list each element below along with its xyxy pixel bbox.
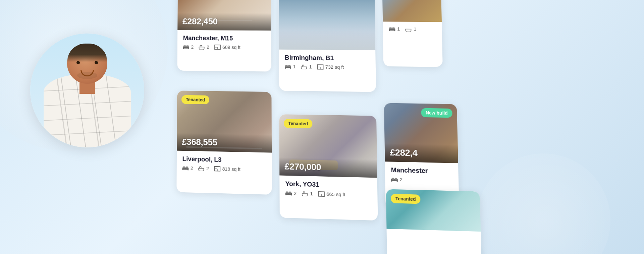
- bed-icon-pt: [389, 26, 395, 31]
- cards-inner: £282,450 Manchester, M15 2 2: [176, 0, 483, 254]
- price-manchester-top: £282,450: [182, 16, 217, 26]
- card-image-york: Tenanted £270,000: [279, 114, 377, 178]
- card-info-birmingham: Birmingham, B1 1 1: [279, 50, 376, 75]
- bath-icon-b: [301, 64, 307, 69]
- price-overlay-manchester-bottom: £282,4: [385, 143, 458, 163]
- badge-york: Tenanted: [284, 119, 313, 128]
- badge-new-build: New build: [421, 108, 452, 118]
- svg-rect-41: [395, 178, 397, 180]
- property-card-liverpool[interactable]: Tenanted £368,555 Liverpool, L3: [176, 90, 272, 194]
- sqft-york: 665 sq ft: [318, 191, 345, 197]
- svg-rect-31: [291, 194, 292, 195]
- property-card-partial-top[interactable]: 1 1: [382, 0, 443, 67]
- sqft-liverpool: 818 sq ft: [214, 166, 240, 172]
- card-info-manchester-bottom: Manchester 2: [385, 162, 459, 189]
- svg-rect-33: [289, 191, 291, 193]
- badge-extra: Tenanted: [391, 194, 421, 204]
- property-card-birmingham[interactable]: Birmingham, B1 1 1: [279, 0, 376, 92]
- details-manchester-bottom: 2: [391, 177, 452, 184]
- baths-manchester-top: 2: [199, 44, 209, 50]
- location-manchester-bottom: Manchester: [391, 166, 452, 175]
- baths-birmingham: 1: [301, 64, 312, 69]
- svg-rect-22: [182, 169, 183, 170]
- svg-rect-19: [389, 27, 392, 29]
- card-info-manchester-top: Manchester, M15 2 2: [177, 30, 271, 55]
- beds-manchester-top: 2: [183, 44, 194, 50]
- person-head: [67, 44, 107, 84]
- floorplan-icon: [214, 45, 221, 50]
- svg-rect-39: [397, 181, 398, 182]
- svg-rect-38: [391, 180, 392, 181]
- price-overlay-york: £270,000: [279, 157, 377, 178]
- floorplan-icon-l: [214, 166, 220, 171]
- location-birmingham: Birmingham, B1: [285, 54, 370, 62]
- details-york: 2 1 665 sq ft: [285, 190, 372, 198]
- card-image-birmingham: [279, 0, 375, 50]
- svg-rect-9: [285, 68, 286, 69]
- location-manchester-top: Manchester, M15: [183, 35, 266, 42]
- card-image-manchester-top: £282,450: [177, 0, 271, 30]
- card-image-manchester-bottom: New build £282,4: [384, 103, 458, 163]
- svg-rect-1: [183, 48, 184, 49]
- beds-partial-top: 1: [389, 26, 400, 31]
- person-neck: [79, 82, 95, 94]
- svg-rect-30: [285, 194, 286, 195]
- sqft-manchester-top: 689 sq ft: [214, 44, 240, 50]
- card-info-partial-top: 1 1: [383, 22, 442, 37]
- bath-icon-y: [302, 191, 308, 196]
- sqft-text-birmingham: 732 sq ft: [325, 64, 344, 70]
- card-info-liverpool: Liverpool, L3 2 2: [177, 151, 272, 178]
- property-card-manchester-top[interactable]: £282,450 Manchester, M15 2 2: [177, 0, 272, 72]
- details-manchester-top: 2 2 689 sq ft: [183, 44, 266, 50]
- bed-icon-mb: [391, 177, 398, 182]
- details-partial-top: 1 1: [389, 26, 436, 32]
- sqft-text-york: 665 sq ft: [326, 191, 345, 197]
- svg-rect-23: [187, 169, 189, 170]
- sqft-text-manchester-top: 689 sq ft: [222, 44, 240, 50]
- bath-icon-l: [198, 166, 205, 171]
- location-liverpool: Liverpool, L3: [182, 155, 266, 164]
- svg-rect-32: [286, 191, 288, 193]
- location-york: York, YO31: [285, 180, 372, 190]
- floorplan-icon-y: [318, 191, 325, 196]
- baths-liverpool: 2: [198, 166, 209, 171]
- cards-row-1: £282,450 Manchester, M15 2 2: [177, 0, 477, 100]
- beds-liverpool: 2: [182, 165, 193, 171]
- bed-icon-b: [285, 64, 291, 69]
- bed-icon-y: [285, 190, 292, 196]
- bath-icon: [199, 44, 205, 49]
- card-image-extra: Tenanted: [386, 189, 481, 232]
- card-info-york: York, YO31 2 1: [279, 175, 377, 203]
- svg-rect-10: [290, 68, 291, 69]
- svg-rect-11: [285, 65, 287, 67]
- sqft-text-liverpool: 818 sq ft: [222, 166, 240, 172]
- svg-rect-40: [392, 178, 394, 180]
- property-card-extra[interactable]: Tenanted: [386, 189, 482, 254]
- property-card-york[interactable]: Tenanted £270,000 York, YO31: [279, 114, 378, 220]
- baths-partial-top: 1: [405, 26, 417, 31]
- svg-rect-17: [389, 30, 390, 31]
- sqft-birmingham: 732 sq ft: [317, 64, 344, 70]
- main-scene: £282,450 Manchester, M15 2 2: [0, 0, 644, 254]
- svg-rect-2: [188, 48, 189, 49]
- beds-manchester-bottom: 2: [391, 177, 402, 182]
- details-liverpool: 2 2 818 sq ft: [182, 165, 266, 173]
- price-liverpool: £368,555: [182, 137, 217, 147]
- person-silhouette: [30, 34, 144, 147]
- svg-rect-3: [183, 45, 186, 47]
- bed-icon: [183, 44, 190, 49]
- avatar-container: [30, 34, 144, 147]
- beds-birmingham: 1: [285, 64, 296, 69]
- beds-york: 2: [285, 190, 297, 196]
- card-image-liverpool: Tenanted £368,555: [177, 90, 272, 152]
- svg-rect-12: [288, 65, 290, 67]
- price-york: £270,000: [284, 161, 321, 172]
- svg-rect-18: [394, 30, 395, 31]
- price-overlay-liverpool: £368,555: [177, 133, 272, 153]
- price-manchester-bottom: £282,4: [390, 147, 418, 158]
- svg-rect-24: [183, 166, 185, 168]
- svg-rect-4: [186, 45, 189, 47]
- floorplan-icon-b: [317, 64, 323, 69]
- svg-rect-20: [392, 27, 394, 29]
- price-overlay-manchester-top: £282,450: [177, 13, 271, 30]
